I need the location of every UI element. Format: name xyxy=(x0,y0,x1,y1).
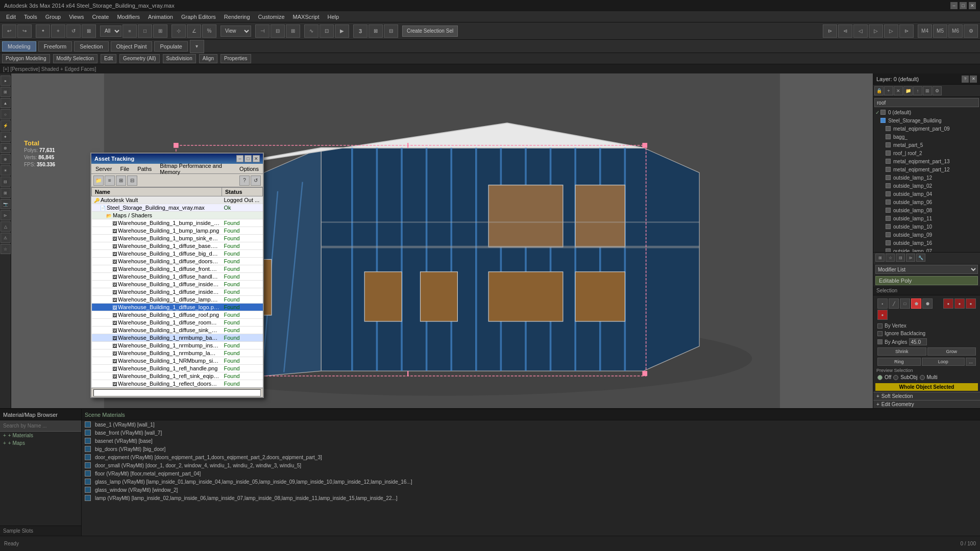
sel-icon-r1[interactable]: ● xyxy=(943,298,953,309)
mod-icons3-btn[interactable]: ⊟ xyxy=(896,254,905,262)
num3-btn[interactable]: 3 xyxy=(353,24,368,38)
asset-tb-1[interactable]: 📁 xyxy=(93,176,104,186)
asset-tb-help[interactable]: ? xyxy=(239,176,250,186)
layer-item[interactable]: roof_| roof_2 xyxy=(873,149,980,157)
mirror-btn[interactable]: ⊣ xyxy=(255,24,270,38)
close-btn[interactable]: ✕ xyxy=(969,2,976,9)
snap-btn[interactable]: ⊹ xyxy=(172,24,186,38)
asset-row[interactable]: 📄 Steel_Storage_Building_max_vray.maxOk xyxy=(92,204,263,212)
layer-item[interactable]: outside_lamp_02 xyxy=(873,182,980,190)
asset-row[interactable]: 🖼 Warehouse_Building_1_diffuse_handle_1.… xyxy=(92,273,263,281)
asset-table[interactable]: Name Status 🔑 Autodesk VaultLogged Out .… xyxy=(91,187,263,388)
asset-row[interactable]: 🖼 Warehouse_Building_1_diffuse_room_top.… xyxy=(92,319,263,327)
left-icon-8[interactable]: ⊕ xyxy=(1,154,11,164)
layer-item[interactable]: Steel_Storage_Building xyxy=(873,116,980,124)
minimize-btn[interactable]: – xyxy=(950,2,958,9)
layer-item[interactable]: outside_lamp_04 xyxy=(873,190,980,198)
macro6-btn[interactable]: M6 xyxy=(948,24,963,38)
layer-add-btn[interactable]: + xyxy=(884,86,893,95)
preview-off-radio[interactable] xyxy=(877,375,883,380)
layer-item[interactable]: bagg_ xyxy=(873,133,980,141)
asset-tb-3[interactable]: ⊞ xyxy=(116,176,126,186)
asset-row[interactable]: 🖼 Warehouse_Building_1_diffuse_inside_fl… xyxy=(92,281,263,288)
maximize-btn[interactable]: □ xyxy=(960,2,967,9)
grow-btn[interactable]: Grow xyxy=(927,347,976,356)
asset-row[interactable]: 🖼 Warehouse_Building_1_diffuse_doors_1.p… xyxy=(92,258,263,265)
left-icon-15[interactable]: ⚠ xyxy=(1,233,11,243)
asset-row[interactable]: 🖼 Warehouse_Building_1_diffuse_front.png… xyxy=(92,265,263,273)
move-btn[interactable]: + xyxy=(51,24,65,38)
asset-row[interactable]: 🖼 Warehouse_Building_1_refl_handle.pngFo… xyxy=(92,365,263,372)
select-type-dropdown[interactable]: All xyxy=(100,26,121,37)
asset-row[interactable]: 🖼 Warehouse_Building_1_reflect_doors_1.p… xyxy=(92,380,263,388)
preview-multi-radio[interactable] xyxy=(920,375,925,380)
soft-selection-header[interactable]: + Soft Selection xyxy=(873,392,980,400)
menu-rendering[interactable]: Rendering xyxy=(220,13,254,21)
layer-item[interactable]: outside_lamp_10 xyxy=(873,222,980,231)
tab-expand-btn[interactable]: ▾ xyxy=(190,40,204,53)
redo-btn[interactable]: ↪ xyxy=(17,24,32,38)
window-controls[interactable]: – □ ✕ xyxy=(950,2,976,9)
left-icon-2[interactable]: ⊞ xyxy=(1,87,11,97)
layer-item[interactable]: metal_part_5 xyxy=(873,141,980,149)
layer-list[interactable]: ✓ 0 (default)Steel_Storage_Buildingmetal… xyxy=(873,108,980,252)
edit-btn[interactable]: Edit xyxy=(101,54,116,63)
left-icon-4[interactable]: ○ xyxy=(1,109,11,119)
asset-tb-2[interactable]: ≡ xyxy=(105,176,115,186)
macro4-btn[interactable]: M4 xyxy=(918,24,932,38)
maps-section[interactable]: + + Maps xyxy=(0,439,81,447)
left-icon-9[interactable]: ☀ xyxy=(1,165,11,176)
layer-item[interactable]: outside_lamp_06 xyxy=(873,198,980,206)
left-icon-11[interactable]: ⊞ xyxy=(1,188,11,198)
scene-mat-item[interactable]: big_doors (VRayMtl) [big_door] xyxy=(82,445,980,453)
quick-render-btn[interactable]: ▶ xyxy=(335,24,349,38)
left-icon-3[interactable]: ▲ xyxy=(1,98,11,108)
preview-subobj-radio[interactable] xyxy=(893,375,898,380)
goto-start-btn[interactable]: ⊲ xyxy=(838,24,852,38)
mod-icons2-btn[interactable]: ☆ xyxy=(886,254,895,262)
settings-btn[interactable]: ⚙ xyxy=(964,24,978,38)
asset-row[interactable]: 🖼 Warehouse_Building_1_nrmbump_inside_ro… xyxy=(92,342,263,349)
element-sel-btn[interactable]: ⬣ xyxy=(922,298,933,309)
layer-item[interactable]: outside_lamp_07 xyxy=(873,247,980,252)
asset-row[interactable]: 🖼 Warehouse_Building_1_diffuse_base.pngF… xyxy=(92,242,263,250)
asset-menu-paths[interactable]: Paths xyxy=(133,165,156,173)
asset-close-btn[interactable]: ✕ xyxy=(253,155,260,162)
layer-item[interactable]: outside_lamp_08 xyxy=(873,206,980,214)
layer-folder-btn[interactable]: 📁 xyxy=(903,86,913,95)
layer-panel-close-btn[interactable]: ✕ xyxy=(970,76,977,83)
asset-row[interactable]: 🖼 Warehouse_Building_1_bump_inside_room.… xyxy=(92,219,263,227)
sel-icon-r2[interactable]: ● xyxy=(954,298,965,309)
loop-btn[interactable]: Loop xyxy=(922,358,965,366)
asset-menu-server[interactable]: Server xyxy=(91,165,116,173)
editable-poly-item[interactable]: Editable Poly xyxy=(875,276,978,285)
select-region-btn[interactable]: □ xyxy=(138,24,152,38)
asset-row[interactable]: 📂 Maps / Shaders xyxy=(92,212,263,219)
edit-geometry-header[interactable]: + Edit Geometry xyxy=(873,400,980,408)
view-mode-dropdown[interactable]: View xyxy=(220,26,251,37)
layer-search-input[interactable] xyxy=(874,98,979,107)
modifier-list-dropdown[interactable]: Modifier List xyxy=(875,265,978,274)
align-btn[interactable]: ⊟ xyxy=(271,24,285,38)
menu-animation[interactable]: Animation xyxy=(144,13,177,21)
asset-row[interactable]: 🖼 Warehouse_Building_1_diffuse_lamp.pngF… xyxy=(92,296,263,304)
scene-mat-item[interactable]: base_1 (VRayMtl) [wall_1] xyxy=(82,420,980,429)
tab-populate[interactable]: Populate xyxy=(154,41,187,52)
prev-frame-btn[interactable]: ◁ xyxy=(853,24,868,38)
tab-freeform[interactable]: Freeform xyxy=(38,41,72,52)
menu-group[interactable]: Group xyxy=(41,13,65,21)
menu-edit[interactable]: Edit xyxy=(2,13,20,21)
menu-views[interactable]: Views xyxy=(65,13,88,21)
asset-row[interactable]: 🔑 Autodesk VaultLogged Out ... xyxy=(92,196,263,204)
curve-btn[interactable]: ∿ xyxy=(304,24,318,38)
asset-row[interactable]: 🖼 Warehouse_Building_1_diffuse_logo.pngF… xyxy=(92,304,263,311)
asset-tb-4[interactable]: ⊟ xyxy=(127,176,137,186)
left-icon-10[interactable]: ⊟ xyxy=(1,177,11,187)
layer-panel-help-btn[interactable]: ? xyxy=(962,76,969,83)
scene-mat-title[interactable]: Scene Materials xyxy=(82,409,980,420)
layer-item[interactable]: metal_eqipment_part_12 xyxy=(873,165,980,173)
scene-mat-item[interactable]: glass_window (VRayMtl) [window_2] xyxy=(82,486,980,494)
scale-btn[interactable]: ⊠ xyxy=(82,24,96,38)
menu-modifiers[interactable]: Modifiers xyxy=(113,13,144,21)
layer-item[interactable]: outside_lamp_09 xyxy=(873,231,980,239)
